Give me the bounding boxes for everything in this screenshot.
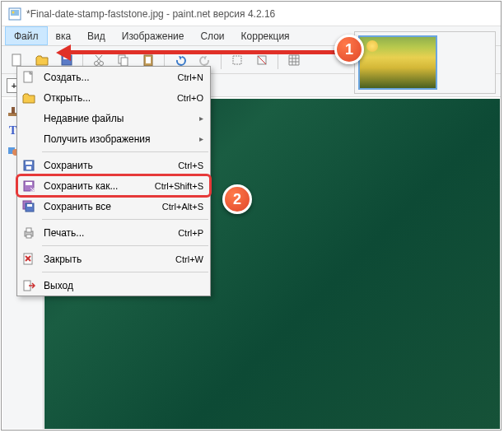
menu-shortcut: Ctrl+Alt+S: [162, 202, 203, 212]
blank-icon: [21, 110, 37, 127]
svg-point-7: [100, 61, 104, 65]
exit-icon: [21, 277, 37, 294]
menu-item-label: Выход: [44, 280, 203, 291]
print-icon: [21, 225, 37, 241]
menu-shortcut: Ctrl+Shift+S: [155, 181, 203, 191]
menu-shortcut: Ctrl+S: [178, 161, 203, 170]
menu-item-label: Сохранить все: [44, 201, 162, 212]
menu-separator: [42, 272, 208, 272]
toolbar-separator: [221, 51, 222, 69]
menu-item-saveall[interactable]: Сохранить всеCtrl+Alt+S: [17, 196, 210, 216]
menu-item-label: Закрыть: [44, 254, 175, 265]
title-text: *Final-date-stamp-faststone.jpg - paint.…: [26, 8, 275, 20]
svg-line-9: [96, 55, 101, 62]
menu-separator: [42, 245, 208, 246]
menu-item-label: Печать...: [44, 227, 178, 239]
saveas-icon: [21, 178, 37, 194]
callout-1: 1: [334, 35, 364, 64]
svg-rect-14: [233, 56, 241, 64]
svg-rect-11: [121, 58, 128, 66]
new-icon: [21, 69, 37, 86]
crop-button[interactable]: [226, 49, 248, 71]
menu-item-sub[interactable]: Недавние файлы▸: [17, 108, 210, 128]
svg-point-2: [12, 11, 15, 13]
menu-item-label: Создать...: [44, 72, 178, 83]
svg-rect-33: [27, 204, 32, 207]
svg-rect-3: [12, 54, 21, 66]
thumbnail-panel: [354, 31, 496, 94]
menu-item-label: Открыть...: [44, 92, 177, 104]
menu-item-save[interactable]: СохранитьCtrl+S: [17, 155, 210, 175]
menu-item-open[interactable]: Открыть...Ctrl+O: [17, 87, 210, 108]
menu-separator: [42, 151, 208, 152]
open-icon: [21, 90, 37, 106]
callout-2: 2: [222, 184, 252, 214]
menu-item-label: Сохранить как...: [44, 180, 155, 192]
deselect-button[interactable]: [251, 49, 273, 71]
svg-line-16: [258, 56, 266, 64]
grid-button[interactable]: [283, 49, 305, 71]
svg-rect-35: [26, 228, 31, 232]
menu-item-label: Недавние файлы: [44, 113, 199, 124]
svg-point-6: [95, 61, 99, 65]
toolbar-separator: [278, 51, 278, 69]
svg-rect-5: [63, 56, 70, 59]
svg-rect-13: [146, 57, 151, 63]
file-menu-dropdown: Создать...Ctrl+NОткрыть...Ctrl+OНедавние…: [16, 66, 211, 296]
svg-rect-36: [26, 235, 31, 238]
svg-rect-18: [12, 107, 15, 114]
svg-rect-27: [26, 161, 32, 165]
menu-item-print[interactable]: Печать...Ctrl+P: [17, 222, 210, 243]
svg-rect-30: [26, 182, 32, 185]
titlebar: *Final-date-stamp-faststone.jpg - paint.…: [2, 2, 501, 26]
svg-rect-1: [11, 10, 19, 16]
menu-item-label: Получить изображения: [44, 133, 199, 145]
menu-item-label: Сохранить: [44, 160, 178, 171]
menu-shortcut: Ctrl+N: [178, 72, 203, 82]
app-window: *Final-date-stamp-faststone.jpg - paint.…: [1, 1, 502, 431]
save-icon: [21, 157, 37, 174]
menu-shortcut: Ctrl+P: [178, 228, 203, 238]
svg-line-8: [96, 55, 102, 62]
submenu-arrow-icon: ▸: [199, 114, 203, 123]
saveall-icon: [21, 198, 37, 215]
menu-item-exit[interactable]: Выход: [17, 275, 210, 296]
menu-adjust[interactable]: Коррекция: [233, 26, 298, 45]
menu-item-new[interactable]: Создать...Ctrl+N: [17, 67, 210, 87]
menu-edit[interactable]: вка: [48, 26, 80, 45]
menu-item-saveas[interactable]: Сохранить как...Ctrl+Shift+S: [17, 175, 210, 196]
svg-rect-28: [26, 166, 31, 170]
menu-separator: [42, 219, 208, 220]
menu-item-sub[interactable]: Получить изображения▸: [17, 128, 210, 149]
image-thumbnail[interactable]: [358, 35, 437, 90]
submenu-arrow-icon: ▸: [199, 134, 203, 143]
menu-view[interactable]: Вид: [79, 26, 114, 45]
menu-file[interactable]: Файл: [5, 26, 48, 45]
menu-shortcut: Ctrl+W: [175, 254, 203, 264]
app-icon: [8, 7, 21, 21]
blank-icon: [21, 131, 37, 147]
menu-item-close[interactable]: ЗакрытьCtrl+W: [17, 249, 210, 269]
menu-shortcut: Ctrl+O: [177, 93, 203, 103]
thumbnail-content: [366, 40, 378, 52]
close-icon: [21, 251, 37, 268]
menu-image[interactable]: Изображение: [114, 26, 193, 45]
menu-layers[interactable]: Слои: [192, 26, 232, 45]
